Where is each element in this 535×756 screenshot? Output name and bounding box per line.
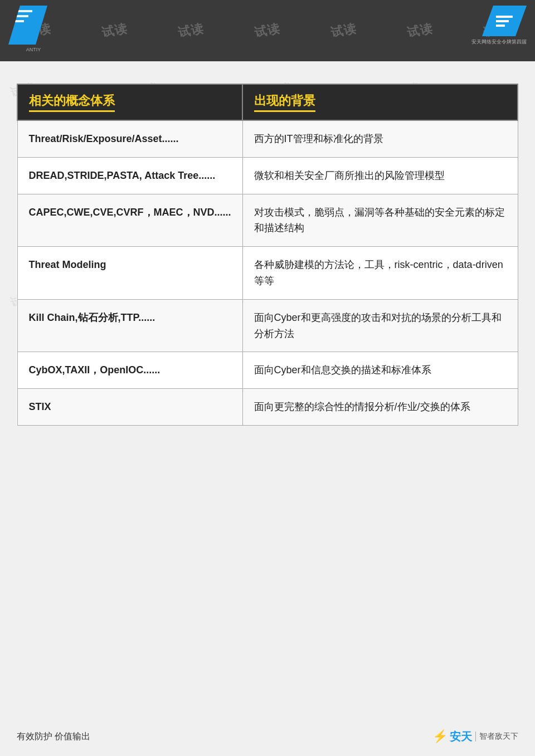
table-cell-left-3: Threat Modeling <box>17 247 242 300</box>
footer-logo-main: 安天 <box>450 729 472 744</box>
header: ANTIY 试读 试读 试读 试读 试读 试读 试读 安天网络安全令牌第四届 <box>0 0 535 61</box>
table-cell-right-6: 面向更完整的综合性的情报分析/作业/交换的体系 <box>242 389 518 426</box>
table-row: STIX面向更完整的综合性的情报分析/作业/交换的体系 <box>17 389 518 426</box>
table-cell-right-4: 面向Cyber和更高强度的攻击和对抗的场景的分析工具和分析方法 <box>242 299 518 352</box>
table-header-col2: 出现的背景 <box>242 84 518 120</box>
header-wm-2: 试读 <box>100 20 129 41</box>
table-row: DREAD,STRIDE,PASTA, Attack Tree......微软和… <box>17 157 518 194</box>
table-cell-left-5: CybOX,TAXII，OpenIOC...... <box>17 352 242 389</box>
footer-logo: ⚡ 安天 智者敌天下 <box>432 729 518 744</box>
header-wm-6: 试读 <box>406 20 435 41</box>
footer-logo-sub: 智者敌天下 <box>475 731 518 742</box>
table-cell-left-4: Kill Chain,钻石分析,TTP...... <box>17 299 242 352</box>
header-watermarks: 试读 试读 试读 试读 试读 试读 试读 <box>0 0 535 61</box>
footer-tagline: 有效防护 价值输出 <box>17 731 90 743</box>
lightning-icon: ⚡ <box>432 729 448 744</box>
header-wm-3: 试读 <box>177 20 206 41</box>
table-header-col1: 相关的概念体系 <box>17 84 242 120</box>
table-cell-right-3: 各种威胁建模的方法论，工具，risk-centric，data-driven等等 <box>242 247 518 300</box>
footer: 有效防护 价值输出 ⚡ 安天 智者敌天下 <box>0 717 535 756</box>
logo-line-2 <box>13 15 28 17</box>
header-brand: 安天网络安全令牌第四届 <box>471 6 527 46</box>
logo-line-3 <box>13 20 24 22</box>
col1-header-text: 相关的概念体系 <box>29 92 115 112</box>
brand-line-3 <box>496 25 505 27</box>
table-row: Kill Chain,钻石分析,TTP......面向Cyber和更高强度的攻击… <box>17 299 518 352</box>
header-logo: ANTIY <box>8 6 59 56</box>
table-cell-left-1: DREAD,STRIDE,PASTA, Attack Tree...... <box>17 157 242 194</box>
logo-text: ANTIY <box>8 47 59 52</box>
brand-line-2 <box>496 20 509 22</box>
brand-subtitle: 安天网络安全令牌第四届 <box>471 38 527 46</box>
brand-line-1 <box>496 16 513 18</box>
header-wm-4: 试读 <box>253 20 282 41</box>
header-wm-5: 试读 <box>329 20 358 41</box>
table-cell-right-2: 对攻击模式，脆弱点，漏洞等各种基础的安全元素的标定和描述结构 <box>242 194 518 247</box>
logo-line-1 <box>13 10 32 12</box>
table-cell-right-5: 面向Cyber和信息交换的描述和标准体系 <box>242 352 518 389</box>
table-row: Threat Modeling各种威胁建模的方法论，工具，risk-centri… <box>17 247 518 300</box>
main-content: 试读 试读 试读 试读 试读 试读 试读 试读 试读 试读 试读 试读 试读 试… <box>0 61 535 481</box>
brand-inner-lines <box>496 16 513 27</box>
table-cell-left-6: STIX <box>17 389 242 426</box>
col2-header-text: 出现的背景 <box>254 92 315 112</box>
table-cell-left-0: Threat/Risk/Exposure/Asset...... <box>17 120 242 157</box>
main-table: 相关的概念体系 出现的背景 Threat/Risk/Exposure/Asset… <box>17 84 518 426</box>
brand-logo-box <box>482 6 527 36</box>
table-cell-left-2: CAPEC,CWE,CVE,CVRF，MAEC，NVD...... <box>17 194 242 247</box>
table-row: CAPEC,CWE,CVE,CVRF，MAEC，NVD......对攻击模式，脆… <box>17 194 518 247</box>
logo-shape <box>8 6 47 45</box>
logo-lines <box>13 10 32 25</box>
table-cell-right-0: 西方的IT管理和标准化的背景 <box>242 120 518 157</box>
table-cell-right-1: 微软和相关安全厂商所推出的风险管理模型 <box>242 157 518 194</box>
table-row: Threat/Risk/Exposure/Asset......西方的IT管理和… <box>17 120 518 157</box>
table-row: CybOX,TAXII，OpenIOC......面向Cyber和信息交换的描述… <box>17 352 518 389</box>
